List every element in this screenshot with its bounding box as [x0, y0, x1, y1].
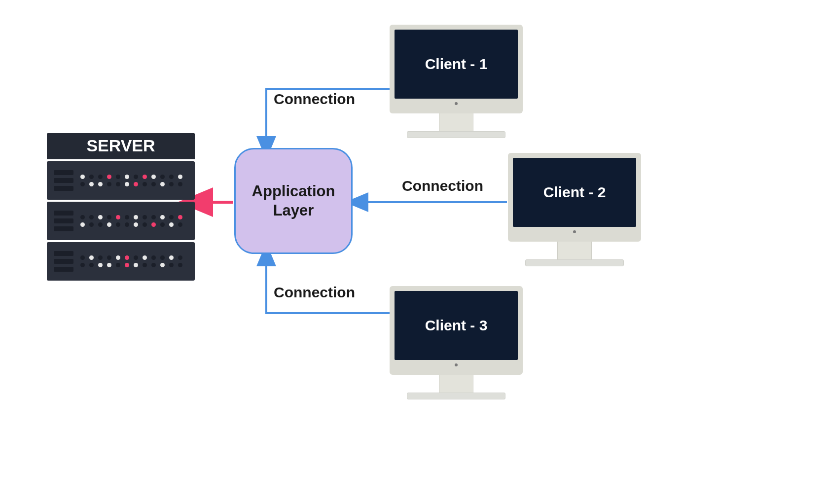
client-2-label: Client - 2 — [543, 184, 606, 201]
rack-unit — [47, 161, 195, 200]
application-layer-label: Application Layer — [241, 182, 346, 220]
monitor-icon: Client - 1 — [390, 25, 523, 113]
monitor-icon: Client - 3 — [390, 286, 523, 375]
connection-label-3: Connection — [274, 284, 355, 301]
connection-label-1: Connection — [274, 91, 355, 108]
application-layer-node: Application Layer — [234, 148, 353, 254]
client-1-label: Client - 1 — [425, 56, 488, 72]
rack-unit — [47, 242, 195, 281]
client-3-label: Client - 3 — [425, 317, 488, 334]
server-label: SERVER — [47, 133, 195, 159]
client-3: Client - 3 — [390, 286, 523, 399]
monitor-icon: Client - 2 — [508, 153, 641, 242]
rack-unit — [47, 202, 195, 240]
client-2: Client - 2 — [508, 153, 641, 266]
client-1: Client - 1 — [390, 25, 523, 138]
server-rack: SERVER — [47, 133, 195, 281]
connection-label-2: Connection — [402, 178, 483, 194]
diagram-canvas: Connection Connection Connection SERVER — [0, 0, 827, 504]
